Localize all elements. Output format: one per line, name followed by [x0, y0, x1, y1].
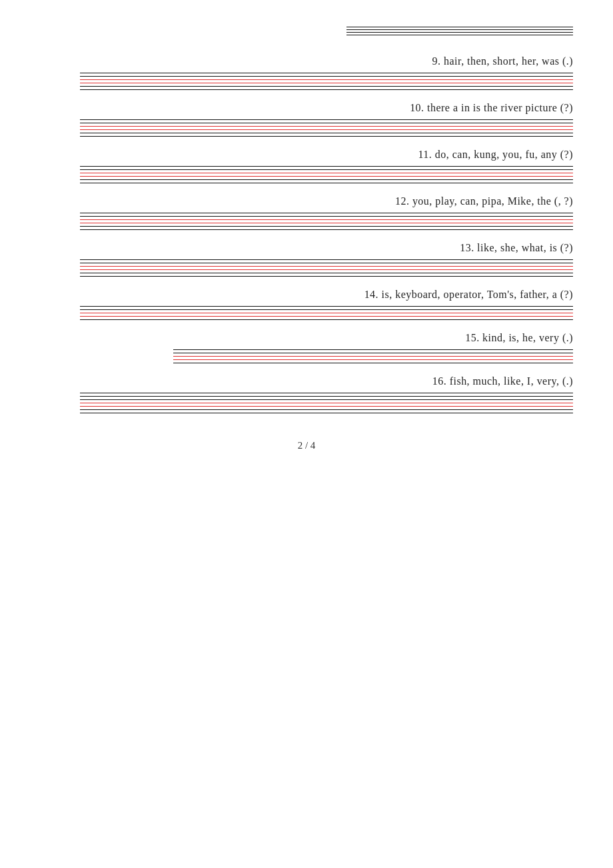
answer-line-red — [80, 219, 573, 220]
answer-line — [346, 35, 573, 35]
answer-line — [80, 396, 573, 397]
question-15-lines — [173, 349, 573, 363]
answer-line-red — [80, 173, 573, 173]
answer-line-red — [80, 129, 573, 130]
answer-line — [80, 183, 573, 183]
question-13: 13. like, she, what, is (?) — [40, 242, 573, 277]
answer-line — [80, 229, 573, 230]
answer-line — [80, 119, 573, 120]
answer-line — [80, 86, 573, 87]
answer-line-red — [80, 126, 573, 127]
question-11: 11. do, can, kung, you, fu, any (?) — [40, 149, 573, 183]
question-12-text: 12. you, play, can, pipa, Mike, the (, ?… — [40, 195, 573, 207]
answer-line — [80, 169, 573, 170]
answer-line — [80, 413, 573, 413]
answer-line — [80, 136, 573, 137]
answer-line — [346, 32, 573, 33]
answer-line — [80, 213, 573, 213]
answer-line-red — [80, 83, 573, 83]
question-11-lines — [80, 166, 573, 183]
answer-line — [80, 89, 573, 90]
answer-line — [80, 73, 573, 73]
question-9-lines — [80, 73, 573, 90]
answer-line — [346, 27, 573, 27]
answer-line-red — [80, 266, 573, 267]
answer-line-red — [80, 223, 573, 223]
page-number: 2 / 4 — [40, 440, 573, 451]
question-12: 12. you, play, can, pipa, Mike, the (, ?… — [40, 195, 573, 230]
answer-line — [80, 259, 573, 260]
answer-line-red — [80, 79, 573, 80]
answer-line — [80, 263, 573, 263]
answer-line — [173, 353, 573, 353]
answer-line-red — [173, 359, 573, 360]
question-16: 16. fish, much, like, I, very, (.) — [40, 375, 573, 413]
question-15-text: 15. kind, is, he, very (.) — [40, 332, 573, 344]
answer-line-red — [173, 356, 573, 357]
question-10-text: 10. there a in is the river picture (?) — [40, 102, 573, 114]
answer-line — [346, 29, 573, 30]
answer-line-red — [80, 406, 573, 407]
answer-line — [173, 349, 573, 350]
top-answer-lines — [346, 27, 573, 35]
answer-line — [80, 409, 573, 410]
answer-line — [80, 306, 573, 307]
answer-line — [80, 273, 573, 273]
question-11-text: 11. do, can, kung, you, fu, any (?) — [40, 149, 573, 161]
answer-line-red — [80, 176, 573, 177]
question-15: 15. kind, is, he, very (.) — [40, 332, 573, 363]
answer-line-red — [80, 316, 573, 317]
answer-line — [80, 133, 573, 133]
page: 9. hair, then, short, her, was (.) 10. t… — [0, 0, 613, 868]
answer-line — [173, 363, 573, 363]
question-9: 9. hair, then, short, her, was (.) — [40, 55, 573, 90]
question-16-lines — [80, 393, 573, 413]
answer-line — [80, 226, 573, 227]
answer-line — [80, 76, 573, 77]
answer-line — [80, 309, 573, 310]
answer-line — [80, 276, 573, 277]
question-13-lines — [80, 259, 573, 277]
question-16-text: 16. fish, much, like, I, very, (.) — [40, 375, 573, 387]
answer-line-red — [80, 403, 573, 403]
answer-line — [80, 399, 573, 400]
question-9-text: 9. hair, then, short, her, was (.) — [40, 55, 573, 67]
answer-line — [80, 393, 573, 393]
question-14-lines — [80, 306, 573, 320]
answer-line — [80, 166, 573, 167]
question-14: 14. is, keyboard, operator, Tom's, fathe… — [40, 289, 573, 320]
question-10: 10. there a in is the river picture (?) — [40, 102, 573, 137]
answer-line-red — [80, 313, 573, 313]
answer-line — [80, 179, 573, 180]
answer-line — [80, 319, 573, 320]
answer-line — [80, 216, 573, 217]
question-13-text: 13. like, she, what, is (?) — [40, 242, 573, 254]
question-10-lines — [80, 119, 573, 137]
question-14-text: 14. is, keyboard, operator, Tom's, fathe… — [40, 289, 573, 301]
question-12-lines — [80, 213, 573, 230]
answer-line-red — [80, 269, 573, 270]
answer-line — [80, 123, 573, 123]
